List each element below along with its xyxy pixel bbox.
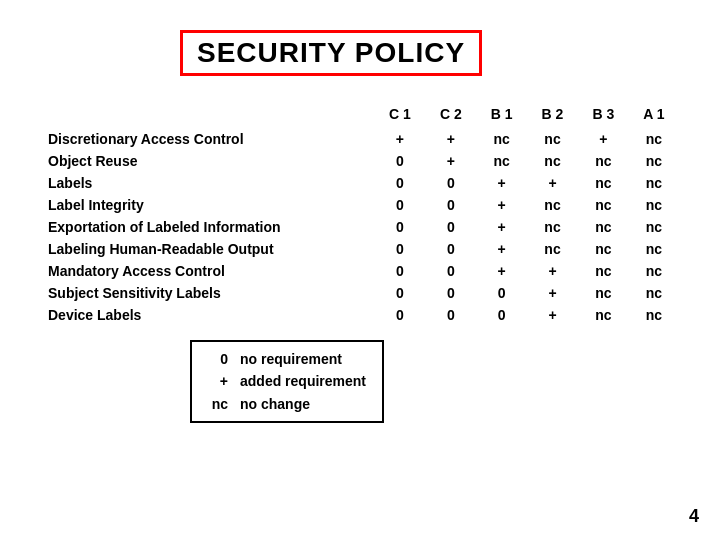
legend-symbol: + xyxy=(208,370,228,392)
cell-value: + xyxy=(578,128,629,150)
cell-value: nc xyxy=(629,172,679,194)
legend-item: 0no requirement xyxy=(208,348,366,370)
row-label: Object Reuse xyxy=(40,150,375,172)
row-label: Device Labels xyxy=(40,304,375,326)
legend-box: 0no requirement+added requirementncno ch… xyxy=(190,340,384,423)
row-label: Labels xyxy=(40,172,375,194)
table-row: Exportation of Labeled Information00+ncn… xyxy=(40,216,679,238)
table-row: Device Labels000+ncnc xyxy=(40,304,679,326)
cell-value: nc xyxy=(578,216,629,238)
legend-description: added requirement xyxy=(240,370,366,392)
row-label: Exportation of Labeled Information xyxy=(40,216,375,238)
cell-value: nc xyxy=(629,194,679,216)
cell-value: nc xyxy=(578,150,629,172)
cell-value: + xyxy=(527,304,578,326)
col-header-label xyxy=(40,104,375,128)
cell-value: nc xyxy=(527,216,578,238)
col-header-b3: B 3 xyxy=(578,104,629,128)
col-header-b2: B 2 xyxy=(527,104,578,128)
col-header-c2: C 2 xyxy=(425,104,476,128)
cell-value: nc xyxy=(629,150,679,172)
table-row: Object Reuse0+ncncncnc xyxy=(40,150,679,172)
row-label: Discretionary Access Control xyxy=(40,128,375,150)
table-row: Labels00++ncnc xyxy=(40,172,679,194)
policy-table: C 1 C 2 B 1 B 2 B 3 A 1 Discretionary Ac… xyxy=(40,104,679,326)
cell-value: nc xyxy=(629,216,679,238)
table-row: Label Integrity00+ncncnc xyxy=(40,194,679,216)
cell-value: 0 xyxy=(425,194,476,216)
legend-item: ncno change xyxy=(208,393,366,415)
cell-value: nc xyxy=(578,260,629,282)
cell-value: nc xyxy=(527,194,578,216)
col-header-b1: B 1 xyxy=(476,104,527,128)
cell-value: 0 xyxy=(375,238,426,260)
cell-value: + xyxy=(527,260,578,282)
col-header-c1: C 1 xyxy=(375,104,426,128)
cell-value: + xyxy=(476,194,527,216)
cell-value: + xyxy=(425,128,476,150)
cell-value: 0 xyxy=(425,172,476,194)
cell-value: 0 xyxy=(375,172,426,194)
cell-value: 0 xyxy=(425,282,476,304)
row-label: Subject Sensitivity Labels xyxy=(40,282,375,304)
legend-item: +added requirement xyxy=(208,370,366,392)
cell-value: 0 xyxy=(375,260,426,282)
page-container: SECURITY POLICY C 1 C 2 B 1 B 2 B 3 A 1 … xyxy=(0,0,719,539)
table-row: Subject Sensitivity Labels000+ncnc xyxy=(40,282,679,304)
cell-value: + xyxy=(476,238,527,260)
cell-value: + xyxy=(476,216,527,238)
cell-value: nc xyxy=(527,150,578,172)
cell-value: nc xyxy=(578,282,629,304)
cell-value: 0 xyxy=(375,304,426,326)
legend-symbol: nc xyxy=(208,393,228,415)
cell-value: + xyxy=(425,150,476,172)
row-label: Labeling Human-Readable Output xyxy=(40,238,375,260)
legend-description: no requirement xyxy=(240,348,342,370)
legend-symbol: 0 xyxy=(208,348,228,370)
cell-value: nc xyxy=(476,128,527,150)
cell-value: + xyxy=(527,172,578,194)
cell-value: nc xyxy=(578,194,629,216)
cell-value: nc xyxy=(578,172,629,194)
cell-value: nc xyxy=(578,238,629,260)
cell-value: nc xyxy=(629,128,679,150)
table-row: Mandatory Access Control00++ncnc xyxy=(40,260,679,282)
cell-value: 0 xyxy=(476,282,527,304)
cell-value: nc xyxy=(629,304,679,326)
cell-value: 0 xyxy=(375,150,426,172)
cell-value: nc xyxy=(527,238,578,260)
cell-value: 0 xyxy=(375,194,426,216)
table-row: Discretionary Access Control++ncnc+nc xyxy=(40,128,679,150)
cell-value: 0 xyxy=(425,260,476,282)
cell-value: + xyxy=(527,282,578,304)
cell-value: 0 xyxy=(476,304,527,326)
page-number: 4 xyxy=(689,506,699,527)
legend-description: no change xyxy=(240,393,310,415)
cell-value: nc xyxy=(629,238,679,260)
table-header-row: C 1 C 2 B 1 B 2 B 3 A 1 xyxy=(40,104,679,128)
page-title: SECURITY POLICY xyxy=(197,37,465,68)
cell-value: 0 xyxy=(425,304,476,326)
col-header-a1: A 1 xyxy=(629,104,679,128)
cell-value: + xyxy=(476,172,527,194)
cell-value: nc xyxy=(578,304,629,326)
cell-value: nc xyxy=(476,150,527,172)
row-label: Label Integrity xyxy=(40,194,375,216)
cell-value: 0 xyxy=(425,216,476,238)
cell-value: 0 xyxy=(375,216,426,238)
title-box: SECURITY POLICY xyxy=(180,30,482,76)
cell-value: 0 xyxy=(425,238,476,260)
cell-value: nc xyxy=(629,282,679,304)
cell-value: nc xyxy=(527,128,578,150)
cell-value: nc xyxy=(629,260,679,282)
row-label: Mandatory Access Control xyxy=(40,260,375,282)
cell-value: + xyxy=(375,128,426,150)
cell-value: 0 xyxy=(375,282,426,304)
cell-value: + xyxy=(476,260,527,282)
table-row: Labeling Human-Readable Output00+ncncnc xyxy=(40,238,679,260)
